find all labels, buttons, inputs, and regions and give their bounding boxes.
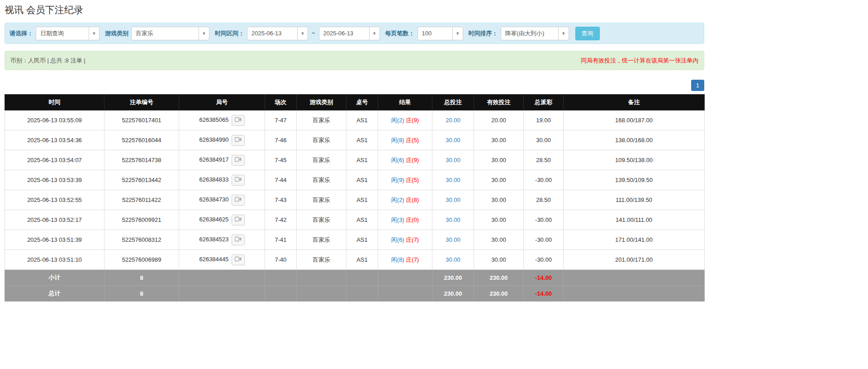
cell-bet-id: 522576006989 [104, 250, 179, 270]
video-replay-button[interactable] [232, 235, 245, 245]
chevron-down-icon[interactable]: ▼ [452, 27, 463, 40]
chevron-down-icon[interactable]: ▼ [369, 27, 380, 40]
video-replay-button[interactable] [232, 195, 245, 206]
cell-valid-bet: 30.00 [474, 150, 524, 170]
result-banker: 庄(5) [406, 137, 419, 144]
round-number: 626384625 [199, 216, 228, 223]
col-header-bet-id: 注单编号 [104, 95, 179, 110]
cell-bet-id: 522576017401 [104, 110, 179, 130]
cell-payout: -30.00 [524, 210, 564, 230]
page-size-select[interactable]: ▼ [417, 27, 463, 40]
cell-total-bet: 30.00 [432, 150, 474, 170]
total-bet-link[interactable]: 30.00 [446, 236, 460, 243]
total-bet-link[interactable]: 20.00 [446, 117, 460, 124]
cell-game-type: 百家乐 [297, 250, 346, 270]
cell-result: 闲(8) 庄(7) [378, 250, 432, 270]
cell-bet-id: 522576011422 [104, 190, 179, 210]
subtotal-valid-bet: 230.00 [474, 270, 524, 286]
cell-session: 7-42 [265, 210, 297, 230]
round-number: 626384833 [199, 176, 228, 183]
total-bet-link[interactable]: 30.00 [446, 177, 460, 183]
chevron-down-icon[interactable]: ▼ [558, 27, 569, 40]
cell-session: 7-46 [265, 130, 297, 150]
date-to-input[interactable] [319, 27, 370, 40]
video-replay-button[interactable] [232, 115, 245, 126]
game-type-select[interactable]: 百家乐 ▼ [131, 27, 209, 40]
date-to-picker[interactable]: ▼ [319, 27, 380, 40]
cell-total-bet: 30.00 [432, 230, 474, 250]
date-from-picker[interactable]: ▼ [247, 27, 308, 40]
cell-bet-id: 522576009921 [104, 210, 179, 230]
cell-table-no: AS1 [346, 170, 378, 190]
chevron-down-icon[interactable]: ▼ [297, 27, 308, 40]
col-header-game-type: 游戏类别 [297, 95, 346, 110]
video-replay-button[interactable] [232, 215, 245, 225]
round-number: 626384730 [199, 196, 228, 203]
currency-total-text: 币别：人民币 | 总共 :8 注单 | [10, 57, 85, 65]
sort-select[interactable]: 降幂(由大到小) ▼ [501, 27, 569, 40]
video-replay-button[interactable] [232, 155, 245, 166]
subtotal-count: 8 [104, 270, 179, 286]
pagination: 1 [5, 80, 704, 91]
page-title: 视讯 会员下注纪录 [5, 4, 704, 16]
cell-total-bet: 20.00 [432, 110, 474, 130]
total-bet-link[interactable]: 30.00 [446, 137, 460, 144]
cell-valid-bet: 30.00 [474, 250, 524, 270]
video-replay-icon [235, 216, 242, 223]
page-button-1[interactable]: 1 [691, 80, 704, 91]
cell-game-type: 百家乐 [297, 210, 346, 230]
cell-payout: -30.00 [524, 250, 564, 270]
result-player: 闲(2) [391, 117, 404, 124]
cell-bet-id: 522576014738 [104, 150, 179, 170]
cell-result: 闲(6) 庄(7) [378, 230, 432, 250]
col-header-session: 场次 [265, 95, 297, 110]
cell-valid-bet: 20.00 [474, 110, 524, 130]
cell-session: 7-44 [265, 170, 297, 190]
page-size-input[interactable] [417, 27, 453, 40]
query-type-select[interactable]: 日期查询 ▼ [36, 27, 100, 40]
cell-note: 141.00/111.00 [564, 210, 705, 230]
cell-bet-id: 522576016044 [104, 130, 179, 150]
total-bet-link[interactable]: 30.00 [446, 157, 460, 163]
result-player: 闲(2) [391, 196, 404, 203]
cell-payout: 28.50 [524, 190, 564, 210]
cell-table-no: AS1 [346, 250, 378, 270]
total-payout: -14.00 [524, 286, 564, 302]
page-size-label: 每页笔数： [385, 29, 415, 38]
cell-time: 2025-06-13 03:52:55 [5, 190, 104, 210]
cell-note: 201.00/171.00 [564, 250, 705, 270]
cell-total-bet: 30.00 [432, 250, 474, 270]
date-from-input[interactable] [247, 27, 298, 40]
cell-payout: -30.00 [524, 170, 564, 190]
total-bet-link[interactable]: 30.00 [446, 196, 460, 203]
video-replay-button[interactable] [232, 175, 245, 186]
table-row: 2025-06-13 03:52:55 522576011422 6263847… [5, 190, 705, 210]
cell-note: 168.00/187.00 [564, 110, 705, 130]
cell-round: 626384625 [179, 210, 265, 230]
cell-time: 2025-06-13 03:51:39 [5, 230, 104, 250]
total-bet-link[interactable]: 30.00 [446, 216, 460, 223]
total-bet-link[interactable]: 30.00 [446, 256, 460, 263]
cell-total-bet: 30.00 [432, 210, 474, 230]
date-range-separator: ~ [311, 30, 316, 37]
cell-note: 109.50/138.00 [564, 150, 705, 170]
total-count: 8 [104, 286, 179, 302]
total-total-bet: 230.00 [432, 286, 474, 302]
cell-payout: 19.00 [524, 110, 564, 130]
cell-payout: 28.50 [524, 150, 564, 170]
round-number: 626384523 [199, 236, 228, 243]
result-player: 闲(8) [391, 256, 404, 263]
cell-result: 闲(8) 庄(5) [378, 130, 432, 150]
chevron-down-icon[interactable]: ▼ [199, 27, 209, 40]
cell-total-bet: 30.00 [432, 170, 474, 190]
round-number: 626384917 [199, 156, 228, 163]
time-range-label: 时间区间： [215, 29, 244, 38]
chevron-down-icon[interactable]: ▼ [89, 27, 100, 40]
sort-label: 时间排序： [469, 29, 498, 38]
query-type-value: 日期查询 [36, 27, 89, 40]
search-button[interactable]: 查询 [575, 27, 600, 40]
video-replay-button[interactable] [232, 254, 245, 265]
sort-value: 降幂(由大到小) [501, 27, 559, 40]
video-replay-button[interactable] [232, 135, 245, 146]
video-replay-icon [235, 177, 242, 183]
